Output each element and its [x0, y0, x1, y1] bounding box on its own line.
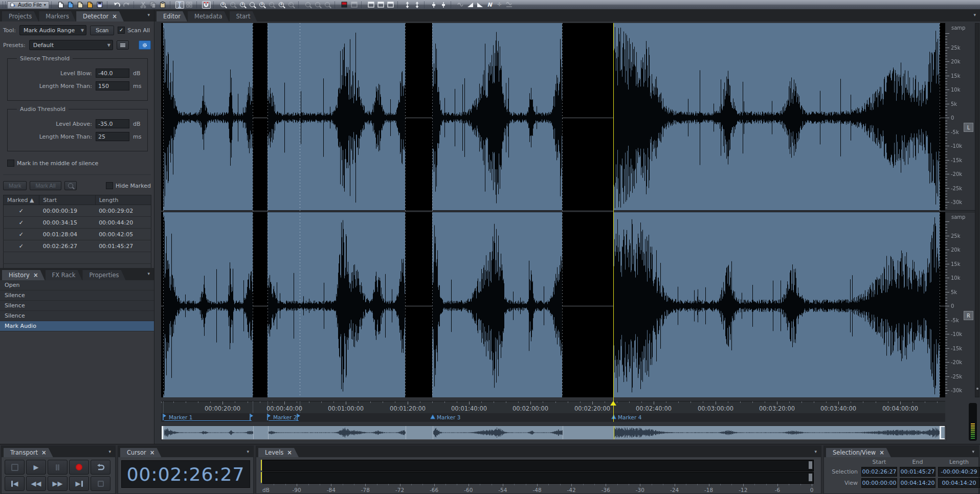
- edit-tool-icon[interactable]: [175, 1, 184, 9]
- chevron-down-icon[interactable]: ▾: [972, 449, 974, 454]
- audio-level-input[interactable]: [96, 119, 129, 128]
- timeline-ruler[interactable]: 00:00:20:0000:00:40:0000:01:00:0000:01:2…: [161, 401, 945, 414]
- tab-editor[interactable]: Editor: [157, 11, 187, 21]
- chevron-down-icon[interactable]: ▾: [147, 271, 150, 276]
- scan-all-checkbox[interactable]: ✓ Scan All: [118, 27, 150, 34]
- list-item[interactable]: Open: [0, 280, 154, 290]
- layout-vertical-icon[interactable]: [386, 1, 395, 9]
- save-file-icon[interactable]: [76, 1, 85, 9]
- view-end-value[interactable]: 00:04:14:20: [900, 478, 936, 488]
- fast-forward-button[interactable]: ▶▶: [48, 476, 68, 491]
- hide-marked-checkbox[interactable]: Hide Marked: [106, 182, 151, 189]
- channel-badge-right[interactable]: R: [964, 311, 973, 320]
- scan-button[interactable]: Scan: [90, 26, 114, 35]
- close-icon[interactable]: ×: [150, 449, 155, 456]
- marker-label[interactable]: Marker 2: [273, 414, 297, 420]
- stop-button[interactable]: [5, 460, 25, 475]
- audio-file-menu[interactable]: Audio File ▾: [7, 1, 49, 9]
- record-button[interactable]: [69, 460, 89, 475]
- normalize-icon[interactable]: N: [485, 1, 494, 9]
- fade-out-icon[interactable]: [476, 1, 484, 9]
- fade-in-icon[interactable]: [466, 1, 475, 9]
- new-file-icon[interactable]: [57, 1, 65, 9]
- record-pause-button[interactable]: [91, 476, 110, 491]
- zoom-document-icon[interactable]: [248, 1, 257, 9]
- magnet-icon[interactable]: [202, 1, 211, 9]
- zoom-in-horizontal-icon[interactable]: +: [258, 1, 266, 9]
- column-header-marked[interactable]: Marked ▲: [4, 195, 39, 205]
- save-file-as-icon[interactable]: [86, 1, 95, 9]
- tab-fx-rack[interactable]: FX Rack: [46, 270, 82, 280]
- open-file-icon[interactable]: [66, 1, 75, 9]
- chevron-down-icon[interactable]: ▾: [108, 449, 111, 454]
- spectrum-colors-icon[interactable]: [340, 1, 349, 9]
- zoom-previous-icon[interactable]: [304, 1, 313, 9]
- layout-single-icon[interactable]: [367, 1, 375, 9]
- save-all-icon[interactable]: [96, 1, 104, 9]
- audio-length-input[interactable]: [96, 132, 129, 141]
- toolbar-grip[interactable]: [3, 2, 6, 8]
- marker-triangle-icon[interactable]: [611, 414, 616, 421]
- selection-start-value[interactable]: 00:02:26:27: [861, 467, 897, 477]
- redo-icon[interactable]: [122, 1, 131, 9]
- fader-right-icon[interactable]: [439, 1, 448, 9]
- list-item[interactable]: Silence: [0, 301, 154, 311]
- go-to-start-button[interactable]: ◀: [5, 476, 25, 491]
- amplitude-ruler[interactable]: [945, 23, 976, 397]
- marker-triangle-icon[interactable]: [430, 414, 435, 421]
- snap-grid-icon[interactable]: [185, 1, 194, 9]
- selection-length-value[interactable]: -00:00:40:29: [938, 467, 980, 477]
- table-row[interactable]: ✓00:02:26:2700:01:45:27: [4, 240, 151, 252]
- tab-projects[interactable]: Projects: [2, 11, 38, 21]
- search-range-button[interactable]: [64, 181, 77, 190]
- tab-metadata[interactable]: Metadata: [188, 11, 229, 21]
- view-length-value[interactable]: 00:04:14:20: [938, 478, 980, 488]
- close-icon[interactable]: ×: [112, 13, 117, 20]
- tab-cursor[interactable]: Cursor×: [120, 448, 161, 457]
- zoom-in-vertical-icon[interactable]: +: [277, 1, 286, 9]
- zoom-in-icon[interactable]: +: [219, 1, 228, 9]
- mark-button[interactable]: Mark: [3, 181, 27, 190]
- cut-icon[interactable]: [139, 1, 148, 9]
- close-icon[interactable]: ×: [41, 449, 47, 456]
- follow-playback-icon[interactable]: [413, 1, 421, 9]
- go-to-end-button[interactable]: ▶: [69, 476, 89, 491]
- preset-list-button[interactable]: [117, 40, 129, 50]
- close-icon[interactable]: ×: [33, 272, 38, 279]
- tab-markers[interactable]: Markers: [39, 11, 76, 21]
- zoom-window-icon[interactable]: [323, 1, 332, 9]
- list-item[interactable]: Silence: [0, 311, 154, 321]
- tab-levels[interactable]: Levels×: [258, 448, 299, 457]
- layout-horizontal-icon[interactable]: [376, 1, 385, 9]
- chevron-down-icon[interactable]: ▾: [247, 449, 249, 454]
- waveform-canvas[interactable]: [161, 23, 945, 397]
- fader-left-icon[interactable]: [430, 1, 438, 9]
- playhead-cursor[interactable]: [613, 23, 614, 422]
- vertical-scrollbar[interactable]: [975, 23, 979, 397]
- paste-icon[interactable]: [159, 1, 167, 9]
- waveform-view[interactable]: [161, 23, 945, 397]
- tab-properties[interactable]: Properties: [82, 270, 125, 280]
- tab-start[interactable]: Start: [230, 11, 257, 21]
- channel-link-icon[interactable]: [350, 1, 359, 9]
- view-start-value[interactable]: 00:00:00:00: [861, 478, 897, 488]
- scroll-to-cursor-icon[interactable]: [403, 1, 412, 9]
- overview-bar[interactable]: [161, 425, 946, 441]
- table-row[interactable]: ✓00:01:28:0400:00:42:05: [4, 229, 151, 240]
- mark-all-button[interactable]: Mark All: [30, 181, 61, 190]
- list-item[interactable]: Silence: [0, 290, 154, 301]
- list-item[interactable]: Mark Audio: [0, 321, 154, 331]
- table-row[interactable]: ✓00:00:34:1500:00:44:20: [4, 217, 151, 229]
- zoom-out-vertical-icon[interactable]: -: [287, 1, 296, 9]
- column-header-length[interactable]: Length: [95, 195, 151, 205]
- close-icon[interactable]: ×: [287, 449, 292, 456]
- table-row[interactable]: ✓00:00:00:1900:00:29:02: [4, 205, 151, 217]
- presets-select[interactable]: Default▼: [29, 40, 113, 50]
- silence-length-input[interactable]: [96, 81, 129, 91]
- undo-icon[interactable]: [113, 1, 121, 9]
- chevron-down-icon[interactable]: ▾: [973, 12, 976, 17]
- tab-detector[interactable]: Detector×: [76, 11, 124, 21]
- rewind-button[interactable]: ◀◀: [26, 476, 46, 491]
- tab-history[interactable]: History×: [2, 270, 45, 280]
- tool-select[interactable]: Mark Audio Range▼: [19, 25, 86, 35]
